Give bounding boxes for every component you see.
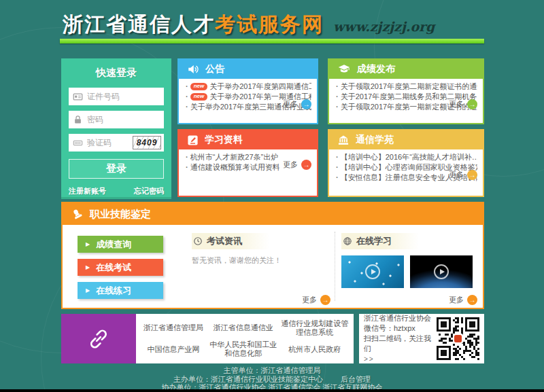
password-field-wrap xyxy=(69,111,164,128)
id-number-input[interactable] xyxy=(69,88,164,105)
scores-header: 成绩发布 xyxy=(329,60,483,79)
lock-icon xyxy=(73,115,83,125)
login-title: 快速登录 xyxy=(69,67,164,79)
captcha-icon xyxy=(73,138,83,148)
arrow-circle-icon xyxy=(301,160,311,170)
more-label: 更多 xyxy=(449,99,464,109)
footer-line1: 主管单位：浙江省通信管理局 xyxy=(0,366,544,375)
academy-header: 通信学苑 xyxy=(329,130,483,149)
academy-more-link[interactable]: 更多 xyxy=(449,170,477,180)
external-link[interactable]: 杭州市人民政府 xyxy=(288,345,341,354)
online-learning-column: 在线学习 xyxy=(341,233,475,288)
exam-news-title-row: 考试资讯 xyxy=(192,233,269,249)
online-practice-button[interactable]: 在线练习 xyxy=(78,282,163,299)
admin-backend-link[interactable]: 后台管理 xyxy=(341,375,371,383)
item-text: 关于领取2017年度第二期新定额证书的通知 xyxy=(341,82,477,92)
skill-appraisal-panel: 职业技能鉴定 成绩查询 在线考试 在线练习 考试资讯 暂无资讯，谢谢您的关注！ … xyxy=(61,202,484,309)
site-title-part1: 浙江省通信人才 xyxy=(63,11,215,39)
dotted-divider xyxy=(335,232,335,301)
video-thumbnail-network[interactable] xyxy=(341,255,404,288)
captcha-field-wrap: 8409 xyxy=(69,134,164,152)
id-card-icon xyxy=(73,92,83,102)
password-input[interactable] xyxy=(69,111,164,128)
forgot-password-link[interactable]: 忘记密码 xyxy=(134,186,164,196)
play-icon xyxy=(365,264,380,279)
exam-news-column: 考试资讯 暂无资讯，谢谢您的关注！ xyxy=(192,233,328,266)
footer-line2-text: 主办单位：浙江省通信行业职业技能鉴定中心 xyxy=(173,375,323,383)
speaker-icon xyxy=(187,63,199,75)
more-label: 更多 xyxy=(449,295,464,305)
wechat-org: 浙江省通信行业协会 xyxy=(364,313,432,323)
school-building-icon xyxy=(337,135,350,146)
more-label: 更多 xyxy=(302,295,317,305)
header-divider-bar xyxy=(60,39,484,43)
academy-panel: 通信学苑 【培训中心】2016年“高技能人才培训补… 【培训中心】心理咨询师国家… xyxy=(328,129,484,197)
wechat-id: 微信号：hztxpx xyxy=(364,323,432,334)
footer-line2: 主办单位：浙江省通信行业职业技能鉴定中心后台管理 xyxy=(0,375,544,384)
list-item[interactable]: 【培训中心】2016年“高技能人才培训补… xyxy=(336,152,477,162)
arrow-circle-icon xyxy=(320,295,330,305)
external-link[interactable]: 浙江省信息通信业 xyxy=(214,323,273,332)
exam-news-title: 考试资讯 xyxy=(207,235,242,247)
materials-header: 学习资料 xyxy=(179,130,317,149)
materials-more-link[interactable]: 更多 xyxy=(283,160,311,170)
login-panel: 快速登录 8409 登录 注册新账号 忘记密码 xyxy=(61,58,171,199)
clock-icon xyxy=(193,236,203,246)
online-learning-title: 在线学习 xyxy=(356,235,392,247)
wechat-panel: 浙江省通信行业协会 微信号：hztxpx 扫扫二维码，关注我们 >> xyxy=(359,314,484,363)
bottom-black-bar xyxy=(0,389,544,392)
online-exam-button[interactable]: 在线考试 xyxy=(78,259,163,276)
external-link[interactable]: 浙江省通信管理局 xyxy=(143,323,203,332)
item-text: 关于举办2017年度第四期通信工程项… xyxy=(209,82,311,92)
skill-buttons: 成绩查询 在线考试 在线练习 xyxy=(78,236,163,305)
page: 浙江省通信人才 考试服务网 www.zjzjzj.org 快速登录 8409 登… xyxy=(0,0,544,392)
more-label: 更多 xyxy=(283,160,298,170)
skill-appraisal-header: 职业技能鉴定 xyxy=(63,203,483,225)
links-badge xyxy=(61,314,136,363)
pencil-paper-icon xyxy=(187,135,199,146)
scores-title: 成绩发布 xyxy=(357,63,395,75)
external-link[interactable]: 中华人民共和国工业和信息化部 xyxy=(207,340,279,358)
wechat-scan-tip: 扫扫二维码，关注我们 xyxy=(364,334,432,354)
arrow-circle-icon xyxy=(467,170,477,180)
wechat-text: 浙江省通信行业协会 微信号：hztxpx 扫扫二维码，关注我们 >> xyxy=(364,313,432,364)
video-thumbnails xyxy=(341,255,475,288)
announcements-more-link[interactable]: 更多 xyxy=(283,99,311,109)
online-learning-more-link[interactable]: 更多 xyxy=(449,295,477,305)
chain-link-icon xyxy=(87,327,110,351)
announcements-header: 公告 xyxy=(179,60,317,79)
login-links: 注册新账号 忘记密码 xyxy=(69,186,164,196)
score-query-button[interactable]: 成绩查询 xyxy=(78,236,163,253)
site-url: www.zjzjzj.org xyxy=(333,19,435,34)
more-label: 更多 xyxy=(283,99,298,109)
external-link[interactable]: 中国信息产业网 xyxy=(148,345,200,354)
announcements-title: 公告 xyxy=(205,63,224,75)
scores-body: 关于领取2017年度第二期新定额证书的通知 关于2017年度第二期线务员和第二期… xyxy=(329,79,483,112)
item-text: 杭州市“人才新政27条”出炉 xyxy=(190,152,279,162)
skill-appraisal-title: 职业技能鉴定 xyxy=(90,208,151,221)
exam-news-empty-text: 暂无资讯，谢谢您的关注！ xyxy=(192,255,328,266)
list-item[interactable]: 关于领取2017年度第二期新定额证书的通知 xyxy=(336,82,477,92)
scores-more-link[interactable]: 更多 xyxy=(449,99,477,109)
announcements-body: new关于举办2017年度第四期通信工程项… new关于举办2017年第一期通信… xyxy=(179,79,317,112)
arrow-circle-icon xyxy=(467,295,477,305)
skill-appraisal-body: 成绩查询 在线考试 在线练习 考试资讯 暂无资讯，谢谢您的关注！ 更多 在线 xyxy=(63,225,483,308)
globe-icon xyxy=(343,236,352,246)
materials-panel: 学习资料 杭州市“人才新政27条”出炉 通信建设概预算考试用资料 更多 xyxy=(177,129,318,197)
new-badge: new xyxy=(190,83,208,90)
site-title-part2: 考试服务网 xyxy=(215,11,324,39)
arrow-circle-icon xyxy=(467,99,477,109)
login-button[interactable]: 登录 xyxy=(69,159,164,179)
materials-body: 杭州市“人才新政27条”出炉 通信建设概预算考试用资料 更多 xyxy=(179,149,317,173)
announcements-panel: 公告 new关于举办2017年度第四期通信工程项… new关于举办2017年第一… xyxy=(177,58,318,124)
new-badge: new xyxy=(190,93,208,101)
scores-panel: 成绩发布 关于领取2017年度第二期新定额证书的通知 关于2017年度第二期线务… xyxy=(328,58,484,124)
external-link[interactable]: 通信行业规划建设管理信息系统 xyxy=(279,319,350,337)
item-text: 【培训中心】2016年“高技能人才培训补… xyxy=(341,152,477,162)
links-grid: 浙江省通信管理局 浙江省信息通信业 通信行业规划建设管理信息系统 中国信息产业网… xyxy=(136,314,354,363)
list-item[interactable]: new关于举办2017年度第四期通信工程项… xyxy=(186,82,311,92)
register-link[interactable]: 注册新账号 xyxy=(69,186,106,196)
captcha-image[interactable]: 8409 xyxy=(133,136,161,149)
item-text: 通信建设概预算考试用资料 xyxy=(190,162,280,173)
video-thumbnail-earth[interactable] xyxy=(410,255,473,288)
